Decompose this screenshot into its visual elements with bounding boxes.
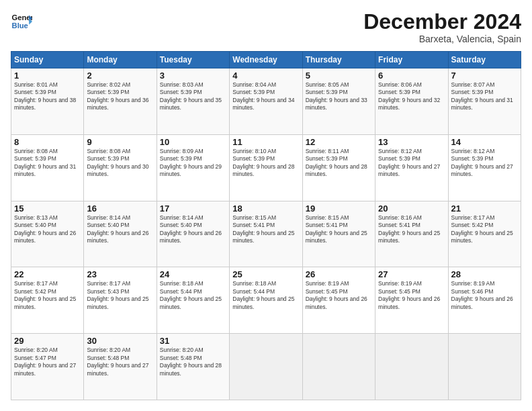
page: General Blue December 2024 Barxeta, Vale… [0, 0, 532, 411]
day-detail: Sunrise: 8:11 AM Sunset: 5:39 PM Dayligh… [306, 148, 372, 179]
day-number: 11 [232, 137, 299, 147]
calendar-cell: 3 Sunrise: 8:03 AM Sunset: 5:39 PM Dayli… [157, 68, 229, 135]
calendar-cell: 30 Sunrise: 8:20 AM Sunset: 5:48 PM Dayl… [84, 334, 157, 400]
week-row-3: 15 Sunrise: 8:13 AM Sunset: 5:40 PM Dayl… [11, 201, 521, 267]
header: General Blue December 2024 Barxeta, Vale… [11, 11, 521, 44]
calendar-cell [448, 334, 521, 400]
calendar-cell: 20 Sunrise: 8:16 AM Sunset: 5:41 PM Dayl… [375, 201, 448, 267]
day-number: 20 [378, 203, 445, 214]
day-detail: Sunrise: 8:20 AM Sunset: 5:48 PM Dayligh… [87, 347, 153, 377]
weekday-header-monday: Monday [84, 52, 157, 68]
day-number: 31 [160, 336, 226, 346]
day-number: 14 [451, 137, 518, 147]
calendar-cell: 12 Sunrise: 8:11 AM Sunset: 5:39 PM Dayl… [302, 134, 375, 201]
calendar-cell: 4 Sunrise: 8:04 AM Sunset: 5:39 PM Dayli… [230, 68, 302, 135]
calendar-cell: 5 Sunrise: 8:05 AM Sunset: 5:39 PM Dayli… [302, 68, 375, 135]
calendar-cell: 19 Sunrise: 8:15 AM Sunset: 5:41 PM Dayl… [302, 201, 375, 267]
weekday-header-tuesday: Tuesday [157, 52, 229, 68]
week-row-4: 22 Sunrise: 8:17 AM Sunset: 5:42 PM Dayl… [11, 267, 521, 334]
calendar-cell: 9 Sunrise: 8:08 AM Sunset: 5:39 PM Dayli… [84, 134, 157, 201]
calendar-cell: 6 Sunrise: 8:06 AM Sunset: 5:39 PM Dayli… [375, 68, 448, 135]
day-number: 18 [232, 203, 299, 214]
day-number: 1 [14, 71, 81, 81]
day-detail: Sunrise: 8:19 AM Sunset: 5:45 PM Dayligh… [306, 280, 372, 311]
day-detail: Sunrise: 8:18 AM Sunset: 5:44 PM Dayligh… [160, 280, 226, 311]
calendar-cell: 10 Sunrise: 8:09 AM Sunset: 5:39 PM Dayl… [157, 134, 229, 201]
day-detail: Sunrise: 8:09 AM Sunset: 5:39 PM Dayligh… [160, 148, 226, 179]
calendar: SundayMondayTuesdayWednesdayThursdayFrid… [11, 51, 521, 400]
day-number: 29 [14, 336, 81, 346]
day-number: 9 [87, 137, 153, 147]
day-number: 4 [232, 71, 299, 81]
day-number: 8 [14, 137, 81, 147]
day-detail: Sunrise: 8:10 AM Sunset: 5:39 PM Dayligh… [232, 148, 299, 179]
day-detail: Sunrise: 8:04 AM Sunset: 5:39 PM Dayligh… [232, 81, 299, 112]
calendar-cell: 24 Sunrise: 8:18 AM Sunset: 5:44 PM Dayl… [157, 267, 229, 334]
day-detail: Sunrise: 8:02 AM Sunset: 5:39 PM Dayligh… [87, 81, 153, 112]
weekday-header-saturday: Saturday [448, 52, 521, 68]
day-detail: Sunrise: 8:06 AM Sunset: 5:39 PM Dayligh… [378, 81, 445, 112]
day-detail: Sunrise: 8:14 AM Sunset: 5:40 PM Dayligh… [87, 214, 153, 245]
day-detail: Sunrise: 8:03 AM Sunset: 5:39 PM Dayligh… [160, 81, 226, 112]
weekday-header-row: SundayMondayTuesdayWednesdayThursdayFrid… [11, 52, 521, 68]
day-number: 2 [87, 71, 153, 81]
calendar-cell: 31 Sunrise: 8:20 AM Sunset: 5:48 PM Dayl… [157, 334, 229, 400]
day-number: 10 [160, 137, 226, 147]
day-number: 15 [14, 203, 81, 214]
calendar-cell [375, 334, 448, 400]
calendar-cell: 21 Sunrise: 8:17 AM Sunset: 5:42 PM Dayl… [448, 201, 521, 267]
weekday-header-wednesday: Wednesday [230, 52, 302, 68]
weekday-header-sunday: Sunday [11, 52, 84, 68]
week-row-1: 1 Sunrise: 8:01 AM Sunset: 5:39 PM Dayli… [11, 68, 521, 135]
calendar-cell: 16 Sunrise: 8:14 AM Sunset: 5:40 PM Dayl… [84, 201, 157, 267]
day-number: 13 [378, 137, 445, 147]
day-number: 23 [87, 269, 153, 279]
day-detail: Sunrise: 8:13 AM Sunset: 5:40 PM Dayligh… [14, 214, 81, 245]
calendar-cell: 17 Sunrise: 8:14 AM Sunset: 5:40 PM Dayl… [157, 201, 229, 267]
day-detail: Sunrise: 8:17 AM Sunset: 5:43 PM Dayligh… [87, 280, 153, 311]
day-number: 5 [306, 71, 372, 81]
calendar-cell: 15 Sunrise: 8:13 AM Sunset: 5:40 PM Dayl… [11, 201, 84, 267]
day-detail: Sunrise: 8:20 AM Sunset: 5:48 PM Dayligh… [160, 347, 226, 377]
day-number: 19 [306, 203, 372, 214]
week-row-5: 29 Sunrise: 8:20 AM Sunset: 5:47 PM Dayl… [11, 334, 521, 400]
day-detail: Sunrise: 8:05 AM Sunset: 5:39 PM Dayligh… [306, 81, 372, 112]
day-number: 7 [451, 71, 518, 81]
calendar-cell: 18 Sunrise: 8:15 AM Sunset: 5:41 PM Dayl… [230, 201, 302, 267]
day-detail: Sunrise: 8:07 AM Sunset: 5:39 PM Dayligh… [451, 81, 518, 112]
calendar-cell: 7 Sunrise: 8:07 AM Sunset: 5:39 PM Dayli… [448, 68, 521, 135]
calendar-cell: 14 Sunrise: 8:12 AM Sunset: 5:39 PM Dayl… [448, 134, 521, 201]
day-number: 17 [160, 203, 226, 214]
calendar-cell: 27 Sunrise: 8:19 AM Sunset: 5:45 PM Dayl… [375, 267, 448, 334]
calendar-cell [230, 334, 302, 400]
day-number: 12 [306, 137, 372, 147]
day-number: 28 [451, 269, 518, 279]
day-number: 21 [451, 203, 518, 214]
day-number: 22 [14, 269, 81, 279]
logo: General Blue [11, 11, 32, 32]
calendar-cell: 25 Sunrise: 8:18 AM Sunset: 5:44 PM Dayl… [230, 267, 302, 334]
month-title: December 2024 [363, 11, 521, 32]
day-detail: Sunrise: 8:08 AM Sunset: 5:39 PM Dayligh… [87, 148, 153, 179]
calendar-cell: 11 Sunrise: 8:10 AM Sunset: 5:39 PM Dayl… [230, 134, 302, 201]
day-detail: Sunrise: 8:17 AM Sunset: 5:42 PM Dayligh… [451, 214, 518, 245]
calendar-cell: 26 Sunrise: 8:19 AM Sunset: 5:45 PM Dayl… [302, 267, 375, 334]
day-detail: Sunrise: 8:12 AM Sunset: 5:39 PM Dayligh… [378, 148, 445, 179]
logo-icon: General Blue [11, 11, 32, 32]
day-detail: Sunrise: 8:16 AM Sunset: 5:41 PM Dayligh… [378, 214, 445, 245]
day-number: 26 [306, 269, 372, 279]
day-detail: Sunrise: 8:15 AM Sunset: 5:41 PM Dayligh… [232, 214, 299, 245]
calendar-cell: 23 Sunrise: 8:17 AM Sunset: 5:43 PM Dayl… [84, 267, 157, 334]
day-detail: Sunrise: 8:20 AM Sunset: 5:47 PM Dayligh… [14, 347, 81, 377]
weekday-header-thursday: Thursday [302, 52, 375, 68]
calendar-cell: 22 Sunrise: 8:17 AM Sunset: 5:42 PM Dayl… [11, 267, 84, 334]
calendar-cell [302, 334, 375, 400]
title-area: December 2024 Barxeta, Valencia, Spain [363, 11, 521, 44]
day-number: 3 [160, 71, 226, 81]
day-number: 27 [378, 269, 445, 279]
weekday-header-friday: Friday [375, 52, 448, 68]
day-detail: Sunrise: 8:15 AM Sunset: 5:41 PM Dayligh… [306, 214, 372, 245]
day-detail: Sunrise: 8:19 AM Sunset: 5:46 PM Dayligh… [451, 280, 518, 311]
calendar-cell: 2 Sunrise: 8:02 AM Sunset: 5:39 PM Dayli… [84, 68, 157, 135]
day-detail: Sunrise: 8:18 AM Sunset: 5:44 PM Dayligh… [232, 280, 299, 311]
